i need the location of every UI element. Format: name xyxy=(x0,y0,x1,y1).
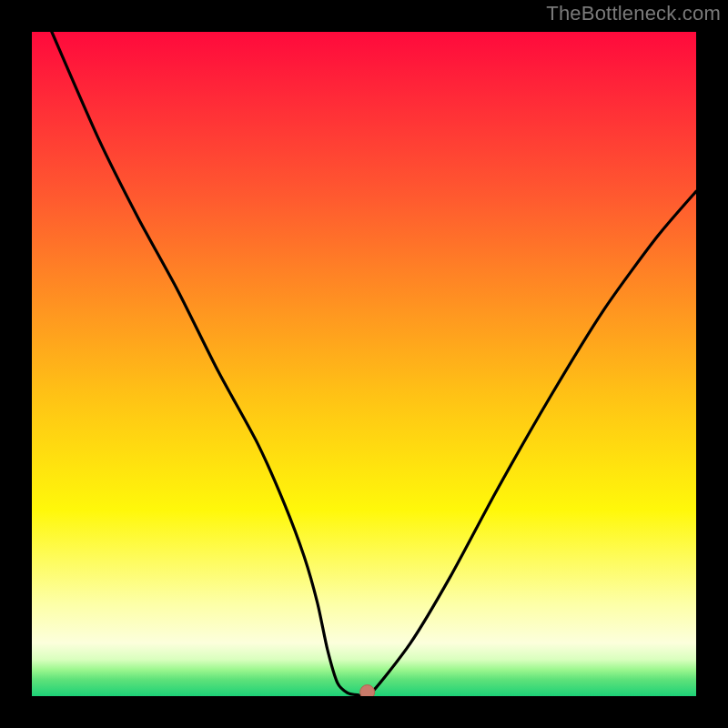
plot-area xyxy=(32,32,696,696)
watermark-text: TheBottleneck.com xyxy=(546,2,721,25)
bottleneck-curve-line xyxy=(52,32,696,696)
chart-frame: TheBottleneck.com xyxy=(0,0,728,728)
optimal-point-marker xyxy=(360,685,375,696)
bottleneck-curve-svg xyxy=(32,32,696,696)
